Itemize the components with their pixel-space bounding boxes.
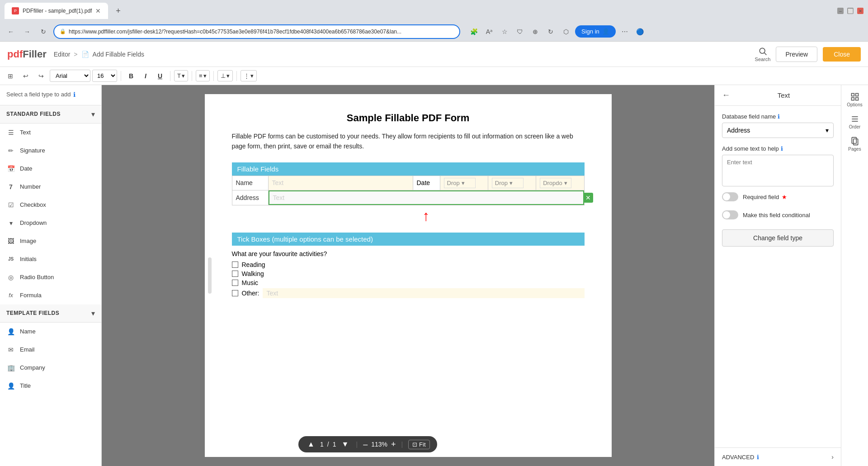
scroll-indicator[interactable] bbox=[208, 257, 212, 294]
close-button[interactable]: Close bbox=[823, 47, 861, 62]
align-button[interactable]: ≡ ▾ bbox=[196, 70, 210, 81]
tick-content: What are your favourite activities? Read… bbox=[232, 246, 585, 304]
field-item-signature[interactable]: ✏ Signature bbox=[0, 142, 101, 160]
required-field-toggle[interactable] bbox=[722, 192, 738, 201]
dropdown-field-1[interactable]: Drop▾ bbox=[444, 178, 476, 188]
new-tab-button[interactable]: + bbox=[112, 5, 124, 17]
field-item-checkbox[interactable]: ☑ Checkbox bbox=[0, 196, 101, 214]
delete-field-button[interactable]: ✕ bbox=[583, 193, 593, 203]
page-up-button[interactable]: ▲ bbox=[306, 439, 316, 450]
svg-line-1 bbox=[764, 52, 767, 55]
checkbox-reading[interactable] bbox=[232, 262, 238, 268]
sign-in-button[interactable]: Sign in 👤 bbox=[575, 25, 616, 38]
panel-hint-info-icon[interactable]: ℹ bbox=[73, 90, 75, 100]
template-field-email[interactable]: ✉ Email bbox=[0, 341, 101, 359]
close-tab-button[interactable]: ✕ bbox=[95, 7, 101, 14]
text-style-button[interactable]: T ▾ bbox=[174, 70, 188, 81]
font-size-select[interactable]: 16 bbox=[92, 70, 117, 82]
address-text-field-selected[interactable]: Text ✕ bbox=[269, 190, 584, 205]
field-item-date[interactable]: 📅 Date bbox=[0, 160, 101, 178]
template-email-icon: ✉ bbox=[6, 345, 15, 354]
vpn-icon[interactable]: ⊕ bbox=[529, 25, 542, 38]
dropdown-cell-1[interactable]: Drop▾ bbox=[440, 176, 488, 190]
italic-button[interactable]: I bbox=[139, 70, 152, 82]
bold-button[interactable]: B bbox=[125, 70, 137, 82]
other-text-field[interactable]: Text bbox=[263, 288, 584, 298]
right-panel-back-button[interactable]: ← bbox=[722, 90, 730, 100]
edge-profile-icon[interactable]: 🔵 bbox=[634, 25, 646, 38]
advanced-section[interactable]: ADVANCED ℹ › bbox=[715, 447, 841, 466]
db-field-select[interactable]: Address ▾ bbox=[722, 123, 834, 138]
forward-navigation-button[interactable]: → bbox=[21, 25, 33, 38]
field-item-dropdown[interactable]: ▾ Dropdown bbox=[0, 214, 101, 232]
dropdown-cell-2[interactable]: Drop▾ bbox=[488, 176, 536, 190]
dropdown-field-2[interactable]: Drop▾ bbox=[492, 178, 524, 188]
template-field-title[interactable]: 👤 Title bbox=[0, 377, 101, 395]
change-field-type-button[interactable]: Change field type bbox=[722, 229, 834, 247]
canvas-area[interactable]: Sample Fillable PDF Form Fillable PDF fo… bbox=[102, 85, 714, 466]
search-button[interactable]: Search bbox=[755, 47, 771, 62]
extensions-icon[interactable]: 🧩 bbox=[467, 25, 480, 38]
tick-label-music: Music bbox=[242, 279, 259, 286]
page-down-button[interactable]: ▼ bbox=[340, 439, 350, 450]
underline-button[interactable]: U bbox=[154, 70, 166, 82]
advanced-info-icon[interactable]: ℹ bbox=[757, 454, 759, 461]
shield-icon[interactable]: 🛡 bbox=[514, 25, 526, 38]
dropdown-field-3[interactable]: Dropdo▾ bbox=[540, 178, 571, 188]
browser-tab[interactable]: P PDFfiller - sample_pdf(1).pdf ✕ bbox=[5, 3, 108, 19]
db-field-info-icon[interactable]: ℹ bbox=[778, 113, 780, 120]
field-item-initials[interactable]: JS Initials bbox=[0, 250, 101, 268]
fields-panel-toggle[interactable]: ⊞ bbox=[4, 69, 17, 83]
font-family-select[interactable]: Arial bbox=[50, 70, 90, 82]
template-fields-collapse-button[interactable]: ▾ bbox=[91, 309, 95, 318]
standard-fields-collapse-button[interactable]: ▾ bbox=[91, 110, 95, 119]
breadcrumb-editor[interactable]: Editor bbox=[54, 51, 71, 58]
zoom-out-button[interactable]: – bbox=[363, 440, 368, 449]
name-text-field[interactable]: Text bbox=[268, 176, 413, 190]
more-options-button[interactable]: ⋮ ▾ bbox=[241, 70, 257, 81]
close-window-button[interactable]: ✕ bbox=[857, 8, 863, 14]
date-field-icon: 📅 bbox=[6, 164, 15, 173]
template-field-name[interactable]: 👤 Name bbox=[0, 323, 101, 341]
db-field-chevron: ▾ bbox=[826, 127, 829, 134]
checkbox-other[interactable] bbox=[232, 290, 238, 296]
zoom-in-button[interactable]: + bbox=[391, 440, 396, 449]
field-item-image[interactable]: 🖼 Image bbox=[0, 232, 101, 250]
breadcrumb-separator: > bbox=[74, 51, 77, 58]
undo-button[interactable]: ↩ bbox=[19, 69, 33, 83]
help-text-info-icon[interactable]: ℹ bbox=[781, 145, 783, 152]
order-side-button[interactable]: Order bbox=[841, 111, 868, 133]
address-field-cell[interactable]: Text ✕ ↑ bbox=[268, 190, 584, 205]
more-options-icon[interactable]: ⋯ bbox=[618, 25, 631, 38]
help-text-input[interactable] bbox=[722, 155, 834, 186]
field-item-text[interactable]: ☰ Text bbox=[0, 124, 101, 142]
minimize-button[interactable]: – bbox=[837, 8, 844, 14]
checkbox-walking[interactable] bbox=[232, 271, 238, 277]
maximize-button[interactable]: ⬜ bbox=[847, 8, 854, 14]
pages-side-button[interactable]: Pages bbox=[841, 133, 868, 155]
template-field-company[interactable]: 🏢 Company bbox=[0, 359, 101, 377]
back-navigation-button[interactable]: ← bbox=[5, 25, 17, 38]
field-item-number[interactable]: 7 Number bbox=[0, 178, 101, 196]
reader-mode-icon[interactable]: Aᵃ bbox=[483, 25, 495, 38]
bookmark-icon[interactable]: ☆ bbox=[498, 25, 511, 38]
dropdown-cell-3[interactable]: Dropdo▾ bbox=[536, 176, 584, 190]
address-bar[interactable]: 🔒 https://www.pdffiller.com/jsfiller-des… bbox=[53, 24, 460, 39]
options-side-button[interactable]: Options bbox=[841, 89, 868, 111]
required-field-label: Required field ★ bbox=[743, 194, 787, 200]
field-item-formula[interactable]: fx Formula bbox=[0, 286, 101, 304]
field-item-date-label: Date bbox=[20, 165, 32, 172]
conditional-toggle[interactable] bbox=[722, 210, 738, 219]
checkbox-music[interactable] bbox=[232, 280, 238, 286]
fit-button[interactable]: ⊡ Fit bbox=[408, 440, 429, 449]
preview-button[interactable]: Preview bbox=[776, 47, 817, 62]
refresh-ext-icon[interactable]: ↻ bbox=[544, 25, 557, 38]
refresh-button[interactable]: ↻ bbox=[37, 25, 50, 38]
toolbar: ⊞ ↩ ↪ Arial 16 B I U T ▾ ≡ ▾ ⊥ ▾ ⋮ ▾ bbox=[0, 67, 868, 85]
more-format-button[interactable]: ⊥ ▾ bbox=[217, 70, 233, 81]
breadcrumb-page: Add Fillable Fields bbox=[93, 51, 144, 58]
redo-button[interactable]: ↪ bbox=[34, 69, 48, 83]
field-item-radio[interactable]: ◎ Radio Button bbox=[0, 268, 101, 286]
share-icon[interactable]: ⬡ bbox=[560, 25, 572, 38]
svg-rect-9 bbox=[852, 138, 856, 143]
